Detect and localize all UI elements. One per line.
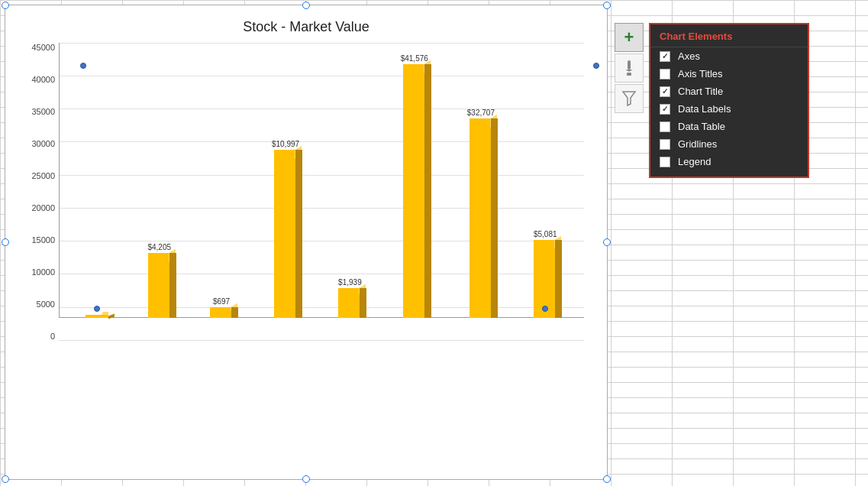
handle-mr[interactable] (603, 238, 611, 246)
paintbrush-icon (621, 60, 637, 76)
panel-item-gridlines[interactable]: Gridlines (650, 135, 808, 153)
gridline-0 (59, 340, 584, 341)
chart-filter-button[interactable] (615, 84, 644, 113)
chart-title: Stock - Market Value (5, 5, 607, 35)
y-label-40000: 40000 (9, 75, 55, 84)
handle-tl[interactable] (2, 2, 9, 9)
svg-rect-1 (627, 73, 631, 76)
handle-br[interactable] (603, 475, 611, 483)
bar-vistra (210, 307, 233, 318)
bar-group-tsla: $5,081 (534, 230, 557, 318)
bar-msft (338, 288, 361, 318)
panel-title: Chart Elements (650, 24, 808, 47)
chart-elements-panel: Chart Elements Axes Axis Titles Chart Ti… (649, 23, 809, 178)
add-chart-element-button[interactable]: + (615, 23, 644, 52)
bar-mstr (403, 64, 426, 318)
svg-rect-0 (628, 60, 631, 70)
bars-area: $4,205 $697 $10,997 (59, 43, 584, 318)
bar-nvidia (86, 315, 108, 318)
panel-item-legend[interactable]: Legend (650, 153, 808, 170)
chart-container: Stock - Market Value 0 5000 10000 15000 … (5, 5, 608, 480)
panel-label-axes: Axes (678, 50, 700, 62)
checkbox-gridlines[interactable] (660, 139, 670, 150)
chart-tools: + (615, 23, 644, 113)
checkbox-data-table[interactable] (660, 122, 670, 132)
data-dot-right (593, 63, 599, 69)
panel-item-data-labels[interactable]: Data Labels (650, 100, 808, 118)
bar-mstr2 (469, 118, 492, 318)
dot-tsla (542, 306, 548, 312)
chart-style-button[interactable] (615, 53, 644, 83)
panel-label-legend: Legend (678, 156, 711, 167)
bar-group-mstr: $41,576 (401, 54, 428, 318)
bar-label-mstr: $41,576 (401, 54, 428, 63)
panel-item-data-table[interactable]: Data Table (650, 118, 808, 135)
y-label-45000: 45000 (9, 43, 55, 52)
bar-label-supermicro: $10,997 (272, 140, 299, 148)
handle-tr[interactable] (603, 2, 611, 9)
y-label-5000: 5000 (9, 300, 55, 309)
bar-group-nvidia (86, 303, 108, 318)
y-label-20000: 20000 (9, 203, 55, 212)
y-label-25000: 25000 (9, 171, 55, 180)
funnel-icon (621, 90, 637, 107)
checkbox-axes[interactable] (660, 51, 670, 62)
dot-nvidia (94, 306, 100, 312)
bar-supermicro (274, 150, 297, 318)
bar-group-msft: $1,939 (338, 278, 362, 318)
panel-label-gridlines: Gridlines (678, 138, 717, 150)
panel-label-chart-title: Chart Title (678, 86, 723, 97)
panel-item-axes[interactable]: Axes (650, 47, 808, 65)
bar-label-sofi: $4,205 (147, 243, 171, 251)
bar-sofi (148, 253, 171, 318)
bar-label-tsla: $5,081 (534, 230, 557, 238)
bar-label-mstr2: $32,707 (467, 109, 495, 117)
panel-label-axis-titles: Axis Titles (678, 68, 723, 79)
bar-label-vistra: $697 (213, 297, 230, 306)
handle-tc[interactable] (302, 2, 310, 9)
checkbox-data-labels[interactable] (660, 104, 670, 115)
y-axis: 0 5000 10000 15000 20000 25000 30000 350… (9, 43, 55, 341)
checkbox-axis-titles[interactable] (660, 69, 670, 79)
panel-item-chart-title[interactable]: Chart Title (650, 83, 808, 100)
chart-plot-area: 0 5000 10000 15000 20000 25000 30000 350… (59, 43, 584, 341)
y-label-15000: 15000 (9, 235, 55, 245)
bar-label-msft: $1,939 (338, 278, 362, 287)
bar-group-sofi: $4,205 (147, 243, 171, 318)
y-label-10000: 10000 (9, 267, 55, 277)
handle-bc[interactable] (302, 475, 310, 483)
panel-label-data-labels: Data Labels (678, 103, 731, 115)
y-label-30000: 30000 (9, 139, 55, 148)
checkbox-chart-title[interactable] (660, 86, 670, 97)
panel-label-data-table: Data Table (678, 121, 725, 132)
y-label-35000: 35000 (9, 107, 55, 116)
handle-bl[interactable] (2, 475, 9, 483)
bar-group-supermicro: $10,997 (272, 140, 299, 318)
bar-group-vistra: $697 (210, 297, 233, 318)
checkbox-legend[interactable] (660, 157, 670, 167)
bar-group-mstr2: $32,707 (467, 109, 495, 318)
handle-ml[interactable] (2, 238, 9, 246)
panel-item-axis-titles[interactable]: Axis Titles (650, 65, 808, 83)
y-label-0: 0 (9, 332, 55, 341)
